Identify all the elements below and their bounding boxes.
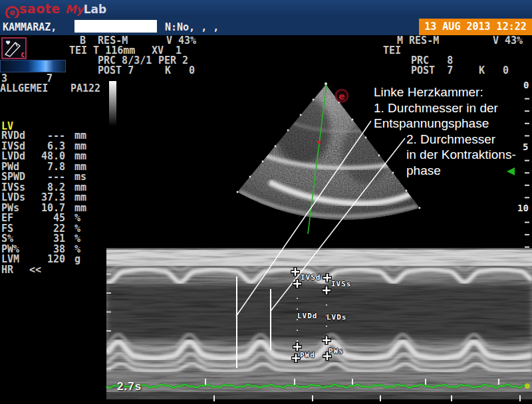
annotation-line: in der Kontraktions- xyxy=(406,147,532,163)
depth-label-0: 0 xyxy=(523,80,529,90)
depth-label-5: 5 xyxy=(523,142,528,152)
caliper-label-pwd: PWd xyxy=(300,351,315,359)
ecg-sweep-marker xyxy=(525,383,530,389)
depth-label-10: 10 xyxy=(517,203,529,213)
annotation-line: Linke Herzkammer: xyxy=(374,84,532,100)
annotation-line: phase xyxy=(406,163,532,179)
caliper-label-ivsd: IVSd xyxy=(301,273,321,282)
caliper-label-ivss: IVSs xyxy=(331,280,352,288)
esaote-watermark-icon: e xyxy=(336,90,348,102)
svg-text:e: e xyxy=(338,91,345,102)
ultrasound-screen: esaoteMyLab KAMMARAZ, N:No, , , 13 AUG 2… xyxy=(0,0,532,404)
mline-focus-marker xyxy=(317,141,321,144)
annotation-line: 1. Durchmesser in der xyxy=(374,100,532,116)
caliper-label-lvds: LVDs xyxy=(327,313,347,322)
annotation-text[interactable]: Linke Herzkammer: 1. Durchmesser in der … xyxy=(374,84,532,178)
annotation-line: 2. Durchmesser xyxy=(406,132,532,148)
mmode-trace-image xyxy=(106,248,532,399)
image-area: e xyxy=(0,0,532,404)
caliper-label-pws: PWs xyxy=(329,347,344,355)
sweep-time-label: 2.7s xyxy=(117,380,142,393)
annotation-line: Entspannungsphase xyxy=(374,116,532,132)
caliper-label-lvdd: LVDd xyxy=(297,312,318,320)
